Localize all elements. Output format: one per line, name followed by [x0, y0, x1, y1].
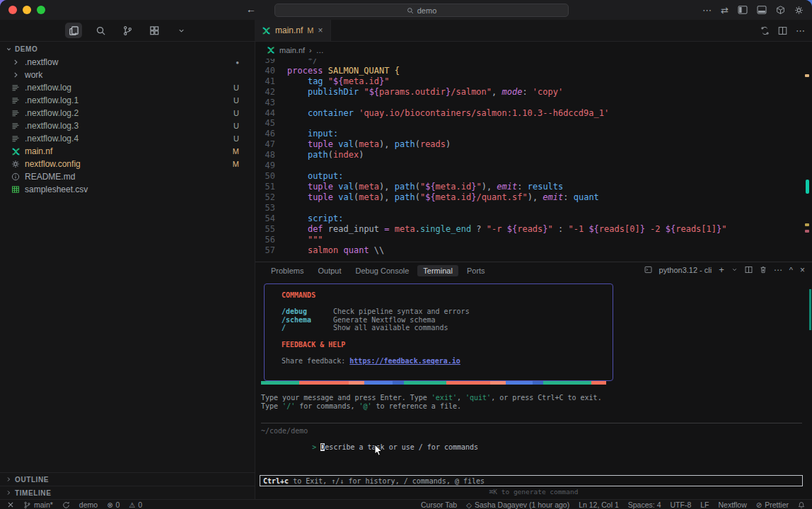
help-line: Type '/' for commands, '@' to reference …: [261, 402, 602, 411]
kill-terminal-icon[interactable]: [760, 266, 767, 274]
status-item-spaces-4[interactable]: Spaces: 4: [628, 501, 661, 509]
panel-tab-debug-console[interactable]: Debug Console: [350, 265, 415, 276]
settings-gear-icon[interactable]: [794, 6, 804, 15]
split-editor-icon[interactable]: [778, 26, 787, 35]
maximize-panel-icon[interactable]: ^: [789, 266, 793, 274]
file-tree-item-work[interactable]: work: [0, 69, 255, 81]
terminal-dropdown-icon[interactable]: [731, 267, 738, 273]
panel-tab-terminal[interactable]: Terminal: [417, 265, 458, 276]
feedback-link[interactable]: https://feedback.seqera.io: [349, 357, 460, 365]
sidebar-section-timeline[interactable]: TIMELINE: [0, 486, 255, 499]
prettier-icon: ⊘: [756, 501, 762, 509]
minimize-window-button[interactable]: [23, 6, 31, 14]
nextflow-icon: [10, 146, 21, 157]
more-actions-icon[interactable]: ⋯: [702, 6, 712, 15]
status-item-lf[interactable]: LF: [700, 501, 709, 509]
terminal-profile-label[interactable]: python3.12 - cli: [659, 266, 712, 274]
warning-icon: ⚠: [129, 501, 135, 509]
code-line-49: 49: [255, 160, 812, 171]
file-tree-item-nextflow[interactable]: .nextflow●: [0, 56, 255, 69]
git-status-badge: U: [233, 134, 239, 143]
editor-scrollbar[interactable]: [806, 180, 809, 194]
line-number: 49: [255, 160, 275, 171]
more-editor-actions-icon[interactable]: ⋯: [796, 25, 805, 36]
source-control-compare-icon[interactable]: [760, 26, 770, 35]
code-editor[interactable]: 39 */40process SALMON_QUANT {41 tag "${m…: [255, 59, 812, 262]
status-item-nextflow[interactable]: Nextflow: [719, 501, 747, 509]
file-tree-item-nextflow-config[interactable]: nextflow.configM: [0, 158, 255, 170]
line-number: 51: [255, 182, 275, 192]
panel-tab-ports[interactable]: Ports: [461, 265, 491, 276]
file-tree-item-samplesheet-csv[interactable]: samplesheet.csv: [0, 183, 255, 196]
source-control-icon[interactable]: [119, 23, 136, 38]
panel-scrollbar[interactable]: [809, 289, 811, 330]
status-item-ln-12-col-1[interactable]: Ln 12, Col 1: [579, 501, 619, 509]
command-row: /Show all available commands: [282, 324, 613, 332]
file-tree-item-nextflow-log-3[interactable]: .nextflow.log.3U: [0, 119, 255, 132]
file-tree-item-README-md[interactable]: README.md: [0, 170, 255, 183]
tab-main-nf[interactable]: main.nf M ×: [255, 20, 331, 41]
file-tree-item-nextflow-log-1[interactable]: .nextflow.log.1U: [0, 94, 255, 107]
git-status-badge: U: [233, 109, 239, 117]
status-item-prettier[interactable]: ⊘Prettier: [756, 501, 789, 509]
status-item-sync[interactable]: [62, 501, 70, 509]
code-line-51: 51 tuple val(meta), path("${meta.id}"), …: [255, 182, 812, 192]
explorer-section-header[interactable]: DEMO: [0, 42, 255, 56]
toggle-panel-icon[interactable]: [757, 6, 767, 14]
line-number: 44: [255, 108, 275, 119]
close-panel-icon[interactable]: ×: [800, 265, 805, 275]
file-tree-item-main-nf[interactable]: main.nfM: [0, 145, 255, 158]
file-name: .nextflow: [25, 57, 58, 67]
sidebar-section-outline[interactable]: OUTLINE: [0, 472, 255, 486]
panel-actions: python3.12 - cli + ⋯ ^ ×: [644, 264, 805, 275]
sidebar-bottom-sections: OUTLINETIMELINE: [0, 472, 255, 499]
layout-toggle-icon[interactable]: ⇄: [721, 6, 729, 15]
breadcrumb-more[interactable]: …: [316, 46, 324, 54]
code-line-39: 39 */: [255, 59, 812, 66]
cube-icon[interactable]: [776, 6, 785, 15]
line-number: 50: [255, 171, 275, 182]
file-tree-item-nextflow-log-2[interactable]: .nextflow.log.2U: [0, 107, 255, 119]
terminal-content[interactable]: COMMANDS /debugCheck pipeline syntax and…: [255, 279, 812, 499]
command-center-search[interactable]: demo: [274, 4, 569, 17]
status-item-main[interactable]: main*: [23, 501, 53, 509]
search-icon: [407, 7, 414, 14]
toggle-sidebar-icon[interactable]: [738, 6, 748, 14]
file-tree-item-nextflow-log-4[interactable]: .nextflow.log.4U: [0, 132, 255, 145]
back-button[interactable]: ←: [242, 3, 260, 16]
status-item-0[interactable]: ⚠0: [129, 501, 142, 509]
chevron-down-icon[interactable]: [173, 23, 190, 38]
editor-tab-bar: main.nf M × ⋯: [255, 20, 812, 41]
gear-icon: [10, 158, 21, 170]
panel-more-icon[interactable]: ⋯: [774, 265, 782, 275]
file-tree-item-nextflow-log[interactable]: .nextflow.logU: [0, 81, 255, 94]
status-item-utf-8[interactable]: UTF-8: [670, 501, 691, 509]
cli-prompt[interactable]: > Describe a task or use / for commands: [261, 435, 478, 459]
status-item-remote[interactable]: [7, 501, 14, 508]
status-item-0[interactable]: ⊗0: [107, 501, 120, 509]
overview-ruler-mark: [805, 223, 809, 226]
new-terminal-icon[interactable]: +: [719, 264, 724, 275]
split-terminal-icon[interactable]: [745, 266, 753, 274]
extensions-icon[interactable]: [146, 23, 163, 38]
code-line-48: 48 path(index): [255, 150, 812, 160]
panel-tab-output[interactable]: Output: [312, 265, 347, 276]
code-line-56: 56 """: [255, 235, 812, 245]
explorer-icon[interactable]: [65, 23, 82, 38]
chevron-down-icon: [6, 46, 12, 52]
remote-icon: [7, 501, 14, 508]
panel-tab-problems[interactable]: Problems: [265, 265, 309, 276]
tab-close-icon[interactable]: ×: [318, 25, 323, 35]
zoom-window-button[interactable]: [37, 6, 45, 14]
close-window-button[interactable]: [8, 6, 17, 14]
status-item-bell[interactable]: [798, 501, 805, 509]
search-sidebar-icon[interactable]: [92, 23, 109, 38]
chevron-icon: [10, 69, 21, 81]
status-item-demo[interactable]: demo: [79, 501, 98, 509]
status-item-sasha-dagayev-1-hour-ago[interactable]: ◇Sasha Dagayev (1 hour ago): [466, 501, 569, 509]
sync-icon: [62, 501, 70, 509]
help-line: Type your message and press Enter. Type …: [261, 394, 602, 402]
breadcrumb[interactable]: main.nf › …: [255, 42, 812, 59]
status-item-cursor-tab[interactable]: Cursor Tab: [421, 501, 457, 509]
log-icon: [10, 107, 21, 119]
